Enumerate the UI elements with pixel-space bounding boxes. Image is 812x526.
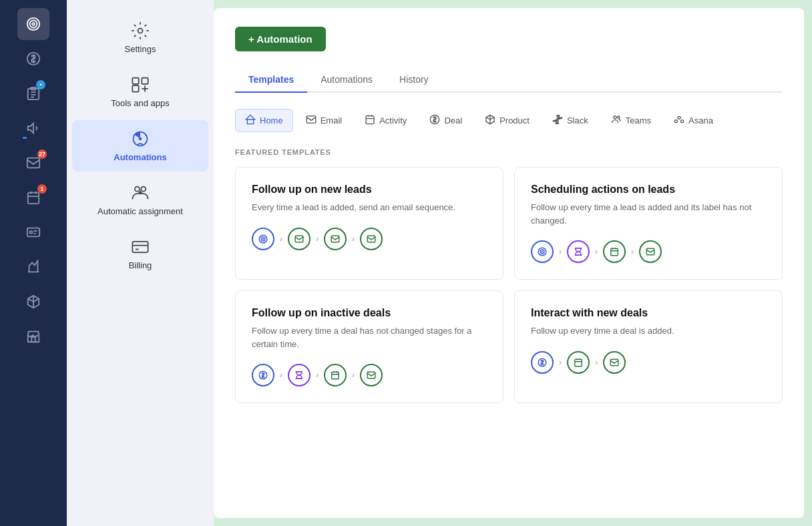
nav-item-dollar[interactable] [17, 43, 49, 75]
nav-item-mail[interactable]: 27 [17, 147, 49, 179]
flow-icon-timer-3 [288, 364, 311, 386]
svg-point-11 [138, 29, 143, 33]
cat-tab-product-label: Product [499, 115, 530, 125]
tab-history[interactable]: History [386, 67, 442, 93]
flow-arrow: › [352, 370, 355, 380]
nav-item-cube[interactable] [17, 286, 49, 318]
flow-icon-calendar-4 [567, 351, 590, 374]
sidebar-billing-label: Billing [129, 260, 152, 270]
add-automation-button[interactable]: + Automation [235, 27, 326, 51]
nav-rail: • 27 1 [0, 0, 67, 526]
nav-item-idcard[interactable] [17, 216, 49, 248]
svg-point-26 [678, 116, 680, 119]
svg-rect-8 [27, 228, 39, 237]
card-desc-3: Follow up every time a deal has not chan… [252, 324, 487, 350]
card-flow-4: › › [531, 351, 766, 374]
cat-tab-product[interactable]: Product [475, 109, 540, 132]
svg-rect-10 [31, 337, 35, 342]
tab-automations[interactable]: Automations [307, 67, 386, 93]
svg-point-18 [141, 187, 146, 192]
svg-rect-45 [610, 359, 618, 365]
tab-templates[interactable]: Templates [235, 67, 307, 93]
svg-rect-38 [611, 248, 618, 256]
nav-item-target[interactable] [17, 8, 49, 40]
flow-icon-email-3 [360, 364, 383, 386]
activity-icon [365, 114, 375, 127]
svg-point-1 [30, 21, 37, 28]
card-follow-up-new-leads[interactable]: Follow up on new leads Every time a lead… [235, 167, 503, 280]
flow-icon-calendar-3 [324, 364, 347, 386]
flow-icon-email-1a [288, 228, 311, 250]
cat-tab-teams-label: Teams [626, 115, 651, 125]
sidebar-assignment-label: Automatic assignment [97, 206, 183, 216]
svg-point-2 [32, 23, 35, 25]
svg-marker-20 [246, 115, 254, 119]
cat-tab-deal[interactable]: Deal [419, 109, 472, 132]
nav-item-clipboard[interactable]: • [17, 77, 49, 109]
svg-point-28 [681, 120, 684, 123]
card-inactive-deals[interactable]: Follow up on inactive deals Follow up ev… [235, 290, 503, 403]
card-desc-4: Follow up every time a deal is added. [531, 324, 766, 338]
svg-rect-22 [366, 116, 374, 124]
main-content: + Automation Templates Automations Histo… [214, 8, 804, 518]
svg-point-24 [614, 116, 616, 119]
cat-tab-asana[interactable]: Asana [664, 109, 723, 132]
main-tabs: Templates Automations History [235, 67, 783, 93]
cat-tab-slack[interactable]: Slack [542, 109, 598, 132]
flow-arrow: › [280, 370, 282, 380]
card-flow-3: › › › [252, 364, 487, 386]
cat-tab-activity[interactable]: Activity [355, 109, 417, 132]
flow-icon-email-2 [639, 240, 662, 263]
svg-point-16 [139, 138, 142, 141]
nav-indicator [23, 137, 27, 139]
flow-icon-email-1b [324, 228, 347, 250]
card-desc-2: Follow up every time a lead is added and… [531, 201, 766, 227]
card-title-2: Scheduling actions on leads [531, 184, 766, 196]
nav-item-store[interactable] [17, 320, 49, 352]
flow-icon-email-1c [360, 228, 383, 250]
cat-tab-email-label: Email [321, 115, 343, 125]
sidebar-item-automations[interactable]: Automations [72, 120, 208, 172]
cat-tab-email[interactable]: Email [296, 109, 353, 132]
nav-item-megaphone[interactable] [17, 112, 49, 144]
template-cards-grid: Follow up on new leads Every time a lead… [235, 167, 783, 403]
svg-point-27 [674, 120, 677, 123]
nav-badge-blue: • [36, 80, 45, 89]
card-interact-new-deals[interactable]: Interact with new deals Follow up every … [514, 290, 783, 403]
svg-rect-7 [28, 193, 39, 204]
nav-badge-calendar: 1 [37, 184, 47, 194]
svg-rect-19 [132, 242, 148, 252]
svg-point-9 [30, 231, 33, 234]
cat-tab-home[interactable]: Home [235, 109, 293, 132]
svg-rect-41 [332, 372, 339, 379]
card-desc-1: Every time a lead is added, send an emai… [252, 201, 487, 214]
svg-rect-44 [575, 359, 582, 366]
sidebar-item-billing[interactable]: Billing [72, 228, 208, 280]
cat-tab-activity-label: Activity [379, 115, 407, 125]
flow-arrow: › [631, 247, 634, 256]
flow-arrow: › [352, 234, 355, 244]
sidebar-item-assignment[interactable]: Automatic assignment [72, 174, 208, 226]
svg-rect-39 [646, 248, 654, 254]
flow-arrow: › [595, 247, 598, 256]
nav-badge-mail: 27 [37, 150, 47, 159]
sidebar-tools-label: Tools and apps [111, 98, 169, 108]
flow-arrow: › [559, 358, 562, 367]
svg-rect-42 [367, 372, 375, 378]
cat-tab-slack-label: Slack [567, 115, 588, 125]
cat-tab-asana-label: Asana [688, 115, 713, 125]
nav-item-calendar[interactable]: 1 [17, 182, 49, 214]
email-icon [306, 114, 317, 127]
flow-arrow: › [316, 370, 319, 380]
card-title-4: Interact with new deals [531, 307, 766, 319]
sidebar-automations-label: Automations [114, 152, 166, 162]
sidebar-item-tools[interactable]: Tools and apps [72, 66, 208, 117]
flow-icon-target-2 [531, 240, 554, 263]
card-scheduling-actions[interactable]: Scheduling actions on leads Follow up ev… [514, 167, 783, 280]
nav-item-chart[interactable] [17, 251, 49, 283]
sidebar-item-settings[interactable]: Settings [72, 12, 208, 63]
category-tabs: Home Email Activity [235, 109, 783, 132]
svg-rect-21 [307, 116, 315, 123]
flow-arrow: › [316, 234, 319, 244]
cat-tab-teams[interactable]: Teams [601, 109, 661, 132]
